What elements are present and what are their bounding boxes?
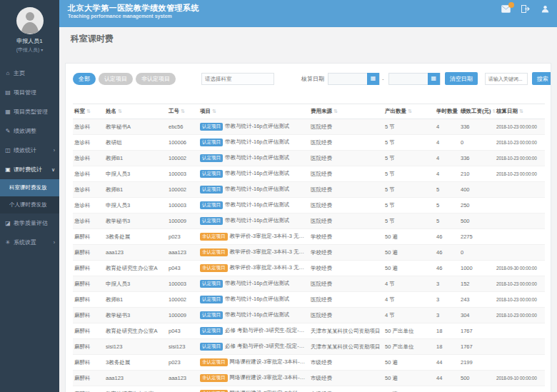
cell-fee-source: 市级经费 (309, 371, 383, 386)
sidebar-menu: ⌂主页▤项目管理▦项目类型管理✎绩效调整◫绩效统计›▣课时费统计∨科室课时费发放… (0, 64, 59, 252)
sidebar-item-label: 系统设置 (14, 238, 36, 246)
cell-name: aaa123 (104, 371, 167, 386)
sidebar-item[interactable]: ▦项目类型管理 (0, 102, 59, 121)
calendar-icon[interactable]: ▦ (367, 73, 379, 85)
column-header[interactable]: 费用来源⇅ (309, 104, 383, 119)
sidebar: 申报人员1 (申报人员) ▾ ⌂主页▤项目管理▦项目类型管理✎绩效调整◫绩效统计… (0, 0, 59, 392)
logout-icon[interactable] (521, 5, 531, 14)
cell-accounting-date: 2018-10-23 00:00:00 (495, 151, 545, 166)
column-header[interactable]: 核算日期⇅ (495, 104, 545, 119)
cell-output-quantity: 5 节 (383, 119, 435, 135)
column-header[interactable]: 学时数量⇅ (435, 104, 459, 119)
column-header-label: 核算日期 (496, 108, 518, 114)
cell-employee-id: 100002 (167, 292, 199, 308)
cell-output-quantity: 50 产出单位 (383, 323, 435, 339)
cell-department: 麻醉科 (73, 355, 104, 371)
filter-recognized-button[interactable]: 认定项目 (99, 73, 133, 85)
sort-icon: ⇅ (118, 109, 122, 114)
cell-name: 3教务处展 (104, 229, 167, 245)
user-role[interactable]: (申报人员) ▾ (0, 46, 59, 54)
cell-department: 麻醉科 (73, 323, 104, 339)
project-type-badge: 认定项目 (200, 343, 223, 351)
cell-output-quantity: 4 节 (383, 276, 435, 292)
cell-project: 认定项目带教与统计-16p点评估测试 (199, 213, 309, 229)
search-input[interactable] (485, 73, 528, 85)
cell-performance-wage: 400 (459, 182, 495, 198)
sidebar-item[interactable]: ◫绩效统计› (0, 141, 59, 160)
cell-hours: 5 (435, 182, 459, 198)
cell-department: 麻醉科 (73, 276, 104, 292)
app-window: 申报人员1 (申报人员) ▾ ⌂主页▤项目管理▦项目类型管理✎绩效调整◫绩效统计… (0, 0, 557, 392)
sidebar-item[interactable]: ⌂主页 (0, 64, 59, 83)
cell-output-quantity: 4 节 (383, 292, 435, 308)
cell-department: 麻醉科 (73, 292, 104, 308)
cell-fee-source: 天津市某某科技公司资助项目 (309, 323, 383, 339)
user-panel[interactable]: 申报人员1 (申报人员) ▾ (0, 0, 59, 54)
table-row: 麻醉科申报人员3100003认定项目带教与统计-16p点评估测试医院经费4 节3… (73, 276, 545, 292)
sidebar-item[interactable]: ✎绩效调整 (0, 121, 59, 141)
sidebar-item[interactable]: ▣课时费统计∨ (0, 160, 59, 179)
cell-performance-wage: 500 (459, 213, 495, 229)
column-header[interactable]: 绩效工资(元)⇅ (459, 104, 495, 119)
cell-project: 认定项目带教与统计-16p点评估测试 (199, 166, 309, 182)
calendar-icon[interactable]: ▦ (428, 73, 440, 85)
sidebar-item[interactable]: ✳系统设置› (0, 233, 59, 252)
cell-accounting-date: 2018-09-30 00:00:00 (495, 261, 545, 276)
sidebar-item[interactable]: 个人课时费发放 (0, 196, 59, 213)
evaluate-icon: ◪ (4, 220, 11, 226)
cell-accounting-date (495, 229, 545, 245)
date-to-input[interactable] (389, 74, 428, 84)
column-header-label: 科室 (74, 108, 85, 114)
date-range-label: 核算日期 (301, 75, 324, 83)
cell-performance-wage: 2199 (459, 386, 495, 392)
sidebar-item-label: 主页 (14, 69, 25, 77)
project-type-badge: 认定项目 (200, 311, 223, 319)
sidebar-item[interactable]: ▤项目管理 (0, 83, 59, 102)
cell-hours: 46 (435, 261, 459, 276)
avatar (16, 7, 44, 34)
cell-hours: 18 (435, 339, 459, 355)
column-header[interactable]: 工号⇅ (167, 104, 199, 119)
cell-employee-id: aaa123 (167, 245, 199, 261)
project-type-badge: 非认定项目 (200, 358, 228, 366)
cell-output-quantity: 5 节 (383, 198, 435, 213)
project-name: 教学评价-3审批定-3本科-3 无接收人 (230, 264, 310, 271)
column-header[interactable]: 项目⇅ (199, 104, 309, 119)
column-header[interactable]: 姓名⇅ (104, 104, 167, 119)
filter-all-button[interactable]: 全部 (73, 73, 96, 85)
cell-name: 申报人员3 (104, 166, 167, 182)
app-subtitle: Teaching performance management system (59, 14, 557, 19)
cell-performance-wage: 500 (459, 371, 495, 386)
cell-output-quantity: 5 节 (383, 166, 435, 182)
table-row: 麻醉科aaa123aaa123非认定项目教学评价-3审批定-3本科-3 无接收人… (73, 245, 545, 261)
cell-performance-wage: 2199 (459, 355, 495, 371)
cell-output-quantity: 50 遍 (383, 355, 435, 371)
project-name: 带教与统计-16p点评估测试 (225, 217, 289, 223)
search-button[interactable]: 搜索 (532, 72, 551, 85)
clear-date-button[interactable]: 清空日期 (445, 72, 478, 85)
toolbar: 全部 认定项目 非认定项目 核算日期 ▦ - ▦ 清空日期 搜索 (66, 64, 551, 92)
sidebar-item[interactable]: ◪教学质量评估 (0, 213, 59, 233)
project-icon: ▤ (4, 89, 11, 96)
sidebar-item[interactable]: 科室课时费发放 (0, 179, 59, 196)
project-type-badge: 认定项目 (200, 154, 223, 162)
message-icon[interactable] (501, 5, 511, 14)
cell-accounting-date (495, 213, 545, 229)
cell-accounting-date: 2018-10-23 00:00:00 (495, 292, 545, 308)
user-icon[interactable] (541, 5, 551, 14)
cell-employee-id: p043 (167, 261, 199, 276)
stats-icon: ◫ (4, 147, 11, 154)
column-header[interactable]: 产出数量⇅ (383, 104, 435, 119)
cell-fee-source: 市级经费 (309, 386, 383, 392)
filter-unrecognized-button[interactable]: 非认定项目 (136, 73, 176, 85)
cell-employee-id: 100009 (167, 308, 199, 323)
table-row: 急诊科教学秘书3100009认定项目带教与统计-16p点评估测试医院经费5 节5… (73, 213, 545, 229)
column-header[interactable]: 科室⇅ (73, 104, 104, 119)
project-name: 带教与统计-16p点评估测试 (225, 296, 289, 302)
cell-project: 认定项目带教与统计-16p点评估测试 (199, 119, 309, 135)
date-from-input[interactable] (328, 74, 367, 84)
cell-name: 教育处研究生办公室A (104, 386, 167, 392)
cell-project: 非认定项目网络课程建设-3审批定-3本科-3学员 (199, 371, 309, 386)
cell-employee-id: 100002 (167, 151, 199, 166)
department-select-input[interactable] (201, 73, 274, 85)
